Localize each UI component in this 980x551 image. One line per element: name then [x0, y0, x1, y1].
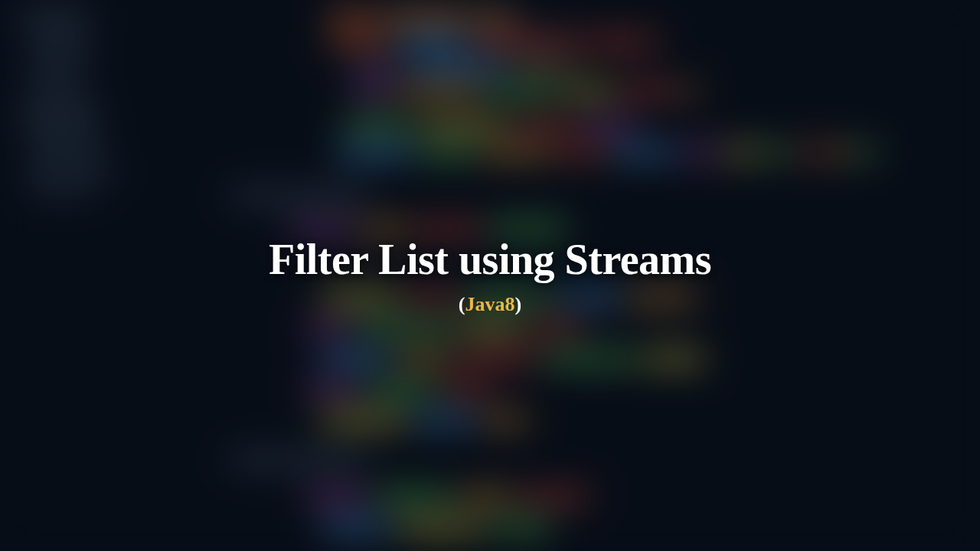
subtitle-text: Java8 — [465, 293, 514, 315]
hero-subtitle: (Java8) — [269, 293, 711, 316]
subtitle-paren-close: ) — [514, 293, 521, 315]
subtitle-paren-open: ( — [459, 293, 466, 315]
hero-title: Filter List using Streams — [269, 235, 711, 284]
hero-content: Filter List using Streams (Java8) — [269, 235, 711, 316]
